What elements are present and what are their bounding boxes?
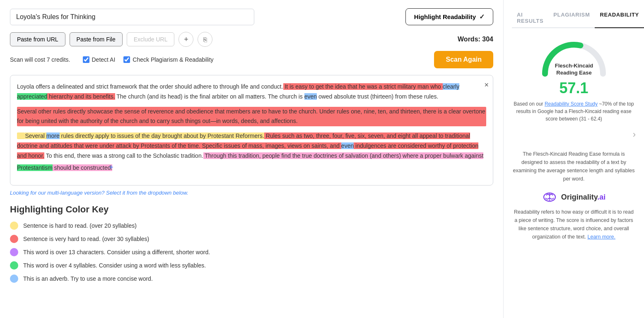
gauge-chart: Flesch-Kincaid Reading Ease [537, 36, 611, 78]
text-p1-after3: owed absolute trust (thirteen) from thes… [317, 93, 438, 100]
learn-more-link[interactable]: Learn more. [588, 234, 615, 240]
yellow-dot [10, 222, 18, 230]
tab-readability[interactable]: READABILITY [595, 8, 644, 28]
text-editor[interactable]: × Loyola offers a delineated and strict … [10, 75, 493, 186]
text-p1-red: It is easy to get the idea that he was a… [283, 83, 443, 90]
detect-ai-label: Detect AI [92, 56, 116, 63]
detect-ai-checkbox-label[interactable]: Detect AI [83, 56, 116, 63]
originality-logo: Originality.ai [512, 190, 636, 205]
score-description: Based on our Readability Score Study ~70… [512, 100, 636, 123]
word-count: Words: 304 [458, 36, 493, 43]
tab-ai-results[interactable]: AI RESULTS [512, 8, 548, 28]
text-p1-green1: appreciated [17, 93, 47, 100]
exclude-url-button[interactable]: Exclude URL [127, 32, 175, 46]
add-more-icon[interactable]: + [109, 163, 113, 171]
list-item: This is an adverb. Try to use a more con… [10, 275, 493, 283]
color-key-item-4-label: This is an adverb. Try to use a more con… [23, 275, 153, 282]
next-arrow-icon[interactable]: › [512, 129, 636, 140]
check-icon: ✓ [479, 13, 485, 21]
cost-text: Scan will cost 7 credits. [10, 56, 70, 63]
purple-dot [10, 248, 18, 256]
text-p1-after1: hierarchy and its benefits. [47, 93, 115, 100]
highlight-btn-label: Highlight Readability [414, 13, 476, 20]
text-p3-pink: Through this tradition, people find the … [203, 152, 484, 159]
scan-again-button[interactable]: Scan Again [434, 51, 493, 68]
text-p3-before: Several [25, 132, 46, 139]
paste-url-button[interactable]: Paste from URL [10, 32, 65, 46]
share-button[interactable]: ⎘ [198, 32, 212, 47]
text-p1-blue1: clearly [443, 83, 459, 90]
list-item: This word is over 4 syllables. Consider … [10, 261, 493, 270]
color-key-list: Sentence is hard to read. (over 20 sylla… [10, 222, 493, 283]
color-key-item-3-label: This word is over 4 syllables. Consider … [23, 262, 206, 269]
color-key-item-1-label: Sentence is very hard to read. (over 30 … [23, 236, 149, 242]
text-p3-pink2: should be constructed. [53, 164, 113, 171]
paste-file-button[interactable]: Paste from File [70, 32, 123, 46]
color-key-item-2-label: This word is over 13 characters. Conside… [23, 249, 210, 255]
originality-name: Originality.ai [561, 193, 606, 202]
close-icon[interactable]: × [484, 79, 489, 92]
gauge-title-line2: Reading Ease [556, 70, 591, 76]
list-item: This word is over 13 characters. Conside… [10, 248, 493, 256]
text-p3-blue2: even [341, 142, 354, 149]
text-p3-after1: rules directly apply to issues of the da… [60, 132, 264, 139]
fk-description: The Flesch-Kincaid Reading Ease formula … [512, 150, 636, 183]
text-paragraph-3: Several more rules directly apply to iss… [17, 131, 486, 173]
list-item: Sentence is very hard to read. (over 30 … [10, 235, 493, 243]
readability-score: 57.1 [559, 80, 588, 97]
text-p3-after2: To this end, there was a strong call to … [44, 152, 203, 159]
color-key-section: Highlighting Color Key Sentence is hard … [10, 204, 493, 283]
blue-dot [10, 275, 18, 283]
text-p2: Several other rules directly showcase th… [17, 108, 485, 125]
plagiarism-label: Check Plagiarism & Readability [133, 56, 213, 63]
red-dot [10, 235, 18, 243]
gauge-section: Flesch-Kincaid Reading Ease 57.1 Based o… [512, 36, 636, 143]
plagiarism-checkbox[interactable] [123, 56, 130, 63]
color-key-title: Highlighting Color Key [10, 204, 493, 215]
text-paragraph-1: Loyola offers a delineated and strict fr… [17, 82, 486, 102]
green-dot [10, 261, 18, 270]
document-title-input[interactable] [10, 9, 254, 25]
text-p3-green2: Protestantism [17, 164, 53, 171]
text-p3-blue: more [46, 132, 60, 139]
tab-plagiarism[interactable]: PLAGIARISM [548, 8, 595, 28]
sidebar-nav: AI RESULTS PLAGIARISM READABILITY [512, 8, 636, 28]
originality-description: Readability refers to how easy or diffic… [512, 208, 636, 241]
text-paragraph-2: Several other rules directly showcase th… [17, 107, 486, 127]
add-button[interactable]: + [178, 32, 193, 47]
plagiarism-checkbox-label[interactable]: Check Plagiarism & Readability [123, 56, 213, 63]
color-key-item-0-label: Sentence is hard to read. (over 20 sylla… [23, 222, 137, 229]
text-p1-after2: The church (and its head) is the final a… [115, 93, 304, 100]
text-p1-blue2: even [304, 93, 317, 100]
readability-score-link[interactable]: Readability Score Study [545, 101, 598, 107]
detect-ai-checkbox[interactable] [83, 56, 89, 63]
text-p3-yellow-start [17, 132, 25, 139]
list-item: Sentence is hard to read. (over 20 sylla… [10, 222, 493, 230]
text-p1-before: Loyola offers a delineated and strict fr… [17, 83, 283, 90]
gauge-title-line1: Flesch-Kincaid [555, 63, 593, 69]
highlight-readability-button[interactable]: Highlight Readability ✓ [405, 8, 493, 25]
multilang-notice: Looking for our multi-language version? … [10, 190, 493, 196]
originality-icon [542, 190, 557, 205]
sidebar: AI RESULTS PLAGIARISM READABILITY Flesch… [503, 0, 644, 318]
